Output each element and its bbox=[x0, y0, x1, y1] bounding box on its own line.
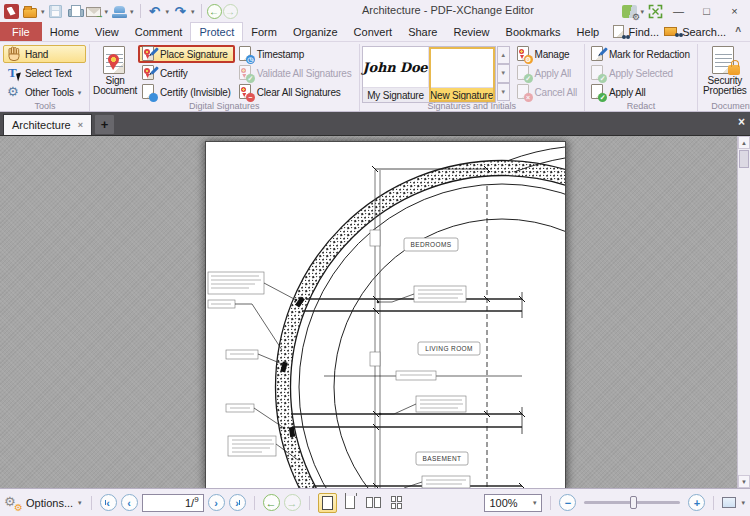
tab-share[interactable]: Share bbox=[400, 22, 445, 41]
find-button[interactable]: Find... bbox=[629, 26, 660, 38]
maximize-button[interactable]: □ bbox=[693, 2, 720, 21]
document-canvas[interactable]: BEDROOMS LIVING ROOM BASEMENT ▲ ▼ bbox=[0, 135, 750, 488]
certify-button[interactable]: Certify bbox=[138, 64, 235, 82]
tab-help[interactable]: Help bbox=[569, 22, 608, 41]
ui-options-caret[interactable]: ▾ bbox=[640, 8, 644, 15]
open-dropdown-caret[interactable]: ▾ bbox=[41, 8, 45, 15]
scrollbar-thumb[interactable] bbox=[739, 150, 749, 168]
manage-signatures-button[interactable]: ⚙ Manage bbox=[513, 45, 581, 63]
save-icon[interactable] bbox=[47, 2, 65, 20]
zoom-in-button[interactable]: + bbox=[688, 494, 705, 511]
tab-home[interactable]: Home bbox=[42, 22, 87, 41]
first-page-button[interactable]: ‹ bbox=[100, 494, 117, 511]
other-tools-caret: ▾ bbox=[78, 89, 81, 96]
apply-selected-icon: ✓ bbox=[591, 65, 606, 81]
select-text-button[interactable]: T Select Text bbox=[3, 64, 86, 82]
certify-invisible-button[interactable]: Certify (Invisible) bbox=[138, 83, 235, 101]
my-signature-tile[interactable]: John Doe My Signature bbox=[363, 47, 429, 102]
mark-for-redaction-button[interactable]: Mark for Redaction bbox=[587, 45, 694, 63]
open-file-icon[interactable] bbox=[21, 2, 39, 20]
pdf-page[interactable]: BEDROOMS LIVING ROOM BASEMENT bbox=[205, 141, 566, 488]
tab-protect[interactable]: Protect bbox=[190, 22, 243, 41]
zoom-out-button[interactable]: − bbox=[559, 494, 576, 511]
sign-document-button[interactable]: Sign Document bbox=[92, 45, 138, 97]
fit-page-icon[interactable] bbox=[722, 497, 736, 508]
tabbar-close-icon[interactable]: × bbox=[738, 115, 745, 129]
fullscreen-icon[interactable] bbox=[646, 2, 664, 20]
two-page-layout-button[interactable] bbox=[364, 493, 383, 513]
stamp-dropdown-caret[interactable]: ▾ bbox=[130, 8, 134, 15]
hand-tool-button[interactable]: Hand bbox=[3, 45, 86, 63]
print-icon[interactable] bbox=[66, 2, 84, 20]
collapse-ribbon-icon[interactable]: ^ bbox=[731, 26, 745, 37]
tab-file[interactable]: File bbox=[0, 22, 42, 41]
add-tab-button[interactable]: + bbox=[95, 115, 114, 134]
options-caret[interactable]: ▾ bbox=[78, 499, 82, 506]
zoom-slider-handle[interactable] bbox=[630, 496, 637, 509]
single-page-layout-button[interactable] bbox=[318, 493, 337, 513]
close-button[interactable]: × bbox=[721, 2, 748, 21]
continuous-layout-button[interactable] bbox=[341, 493, 360, 513]
place-signature-button[interactable]: Place Signature bbox=[138, 45, 235, 63]
gear-icon: ⚙ bbox=[7, 84, 22, 100]
email-icon[interactable] bbox=[85, 2, 103, 20]
tab-view[interactable]: View bbox=[87, 22, 127, 41]
last-page-button[interactable]: › bbox=[229, 494, 246, 511]
vertical-scrollbar[interactable]: ▲ ▼ bbox=[737, 136, 750, 488]
gallery-scroll-down-icon[interactable]: ▼ bbox=[497, 64, 510, 82]
gallery-scroll-up-icon[interactable]: ▲ bbox=[497, 46, 510, 64]
tab-form[interactable]: Form bbox=[243, 22, 285, 41]
group-redact: Mark for Redaction ✓ Apply Selected ✓ Ap… bbox=[585, 44, 698, 111]
tab-comment[interactable]: Comment bbox=[127, 22, 191, 41]
next-view-button[interactable]: → bbox=[284, 494, 301, 511]
scroll-down-icon[interactable]: ▼ bbox=[738, 475, 750, 488]
history-back-icon[interactable]: ← bbox=[207, 4, 222, 19]
search-button[interactable]: Search... bbox=[682, 26, 726, 38]
find-icon[interactable] bbox=[613, 25, 624, 38]
new-signature-tile[interactable]: New Signature bbox=[429, 47, 495, 102]
page-number-field[interactable]: 1/9 bbox=[142, 494, 204, 512]
previous-view-button[interactable]: ← bbox=[263, 494, 280, 511]
minimize-button[interactable]: — bbox=[665, 2, 692, 21]
search-icon[interactable] bbox=[664, 27, 677, 36]
scrollbar-track[interactable] bbox=[738, 169, 750, 475]
undo-dropdown-caret[interactable]: ▾ bbox=[166, 8, 170, 15]
tab-bookmarks[interactable]: Bookmarks bbox=[498, 22, 569, 41]
hand-label: Hand bbox=[25, 49, 48, 60]
validate-all-signatures-button[interactable]: ✓ Validate All Signatures bbox=[235, 64, 356, 82]
zoom-level-select[interactable]: 100% ▾ bbox=[484, 494, 542, 512]
tab-review[interactable]: Review bbox=[445, 22, 497, 41]
document-tab-architecture[interactable]: Architecture × bbox=[3, 114, 92, 135]
history-forward-icon[interactable]: → bbox=[223, 4, 238, 19]
options-gear-icon[interactable]: ⚙⚙ bbox=[4, 495, 22, 511]
tab-convert[interactable]: Convert bbox=[346, 22, 401, 41]
group-digital-signatures: Sign Document Place Signature Certify Ce… bbox=[90, 44, 359, 111]
redo-icon[interactable]: ↷ bbox=[171, 2, 189, 20]
zoom-slider[interactable] bbox=[584, 501, 680, 504]
gallery-more-icon[interactable]: ▼ bbox=[497, 83, 510, 101]
signatures-apply-all-button[interactable]: ✓ Apply All bbox=[513, 64, 581, 82]
previous-page-button[interactable]: ‹ bbox=[121, 494, 138, 511]
next-page-button[interactable]: › bbox=[208, 494, 225, 511]
timestamp-button[interactable]: ◷ Timestamp bbox=[235, 45, 356, 63]
email-dropdown-caret[interactable]: ▾ bbox=[105, 8, 109, 15]
certify-invisible-label: Certify (Invisible) bbox=[160, 87, 231, 98]
security-properties-button[interactable]: Security Properties bbox=[700, 45, 750, 97]
options-button[interactable]: Options... bbox=[26, 497, 73, 509]
scroll-up-icon[interactable]: ▲ bbox=[738, 136, 750, 149]
apply-all-icon: ✓ bbox=[517, 65, 532, 81]
other-tools-button[interactable]: ⚙ Other Tools ▾ bbox=[3, 83, 86, 101]
ui-options-icon[interactable] bbox=[620, 2, 638, 20]
document-tab-close-icon[interactable]: × bbox=[78, 120, 83, 130]
redact-apply-selected-button[interactable]: ✓ Apply Selected bbox=[587, 64, 694, 82]
signatures-cancel-all-button[interactable]: × Cancel All bbox=[513, 83, 581, 101]
tab-organize[interactable]: Organize bbox=[285, 22, 346, 41]
redo-dropdown-caret[interactable]: ▾ bbox=[191, 8, 195, 15]
clear-all-signatures-button[interactable]: − Clear All Signatures bbox=[235, 83, 356, 101]
stamp-icon[interactable] bbox=[110, 2, 128, 20]
two-page-continuous-layout-button[interactable] bbox=[387, 493, 406, 513]
undo-icon[interactable]: ↶ bbox=[146, 2, 164, 20]
fit-caret[interactable]: ▾ bbox=[741, 499, 745, 506]
certify-invisible-icon bbox=[142, 84, 157, 100]
redact-apply-all-button[interactable]: ✓ Apply All bbox=[587, 83, 694, 101]
